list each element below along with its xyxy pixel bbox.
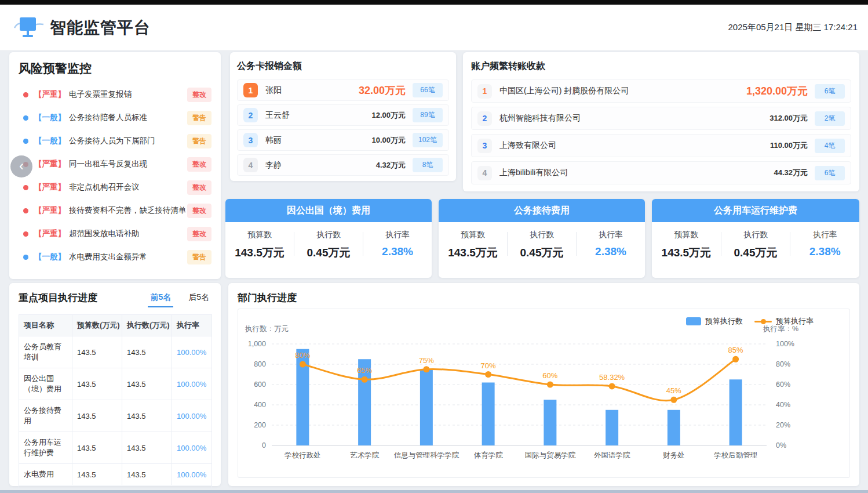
rate-label: 执行率	[790, 230, 859, 240]
chart-legend: 预算执行数 预算执行率	[686, 316, 814, 327]
svg-text:400: 400	[254, 401, 266, 409]
col-project-name: 项目名称	[19, 315, 72, 336]
rank-badge: 1	[477, 84, 492, 99]
svg-text:45%: 45%	[666, 386, 681, 395]
risk-item[interactable]: 【一般】 公务接待陪餐人员标准 警告	[19, 109, 211, 126]
rate-label: 执行率	[577, 230, 645, 240]
list-item[interactable]: 1 中国区(上海公司) 封腾股份有限公司 1,320.00万元 6笔	[471, 79, 851, 103]
exec-cell: 143.5	[122, 336, 172, 368]
severity-dot-icon	[23, 92, 28, 97]
exec-cell: 143.5	[122, 464, 172, 485]
count-badge: 102笔	[413, 133, 443, 147]
svg-text:100%: 100%	[776, 340, 794, 348]
svg-text:80%: 80%	[776, 360, 790, 368]
list-item[interactable]: 2 王云舒 12.00万元 89笔	[237, 104, 449, 126]
svg-text:外国语学院: 外国语学院	[594, 451, 630, 459]
rank-badge: 3	[243, 133, 258, 147]
col-rate: 执行率	[172, 315, 212, 336]
bar-legend-icon	[686, 317, 701, 325]
chevron-left-icon: ‹	[19, 159, 24, 173]
risk-action-badge: 整改	[187, 204, 211, 218]
expense-panel-title: 公务卡报销金额	[237, 60, 449, 72]
amount-value: 32.00万元	[359, 84, 406, 97]
exec-cell: 143.5	[122, 400, 172, 432]
risk-item[interactable]: 【一般】 公务接待人员为下属部门 警告	[19, 132, 211, 150]
svg-text:75%: 75%	[419, 356, 434, 365]
amount-value: 312.00万元	[769, 113, 808, 124]
dept-progress-panel: 部门执行进度 预算执行数 预算执行率 1,000100%80080%60060%…	[228, 283, 859, 486]
list-item[interactable]: 4 李静 4.32万元 8笔	[237, 154, 449, 176]
risk-item[interactable]: 【一般】 水电费用支出金额异常 警告	[19, 248, 211, 266]
svg-text:财务处: 财务处	[663, 451, 685, 459]
risk-level: 【一般】	[34, 113, 65, 123]
risk-list: 【严重】 电子发票重复报销 整改 【一般】 公务接待陪餐人员标准 警告 【一般】…	[19, 86, 211, 266]
risk-text: 接待费资料不完善，缺乏接待清单	[69, 205, 187, 216]
list-item[interactable]: 3 上海致有限公司 110.00万元 4笔	[471, 134, 851, 157]
rank-badge: 4	[243, 158, 258, 172]
rank-badge: 3	[477, 139, 492, 153]
svg-text:800: 800	[254, 360, 266, 368]
risk-action-badge: 警告	[187, 134, 211, 148]
risk-item[interactable]: 【严重】 同一出租车号反复出现 整改	[19, 155, 211, 173]
exec-label: 执行数	[508, 230, 576, 240]
list-item[interactable]: 1 张阳 32.00万元 66笔	[237, 79, 449, 101]
risk-action-badge: 整改	[187, 157, 211, 172]
line-legend-icon	[754, 321, 772, 322]
budget-label: 预算数	[225, 230, 294, 240]
svg-text:20%: 20%	[776, 421, 790, 429]
collapse-panel-button[interactable]: ‹	[10, 155, 32, 177]
risk-text: 超范围发放电话补助	[69, 229, 187, 239]
dept-panel-title: 部门执行进度	[238, 291, 850, 304]
rate-label: 执行率	[363, 230, 432, 240]
list-item[interactable]: 3 韩丽 10.00万元 102笔	[237, 129, 449, 151]
person-name: 韩丽	[265, 135, 371, 146]
tab-bottom5[interactable]: 后5名	[186, 291, 211, 307]
list-item[interactable]: 2 杭州智能科技有限公司 312.00万元 2笔	[471, 107, 851, 130]
risk-text: 公务接待人员为下属部门	[69, 136, 187, 146]
tab-top5[interactable]: 前5名	[148, 291, 173, 307]
exec-cell: 143.5	[122, 368, 172, 400]
dept-chart: 预算执行数 预算执行率 1,000100%80080%60060%40040%2…	[238, 309, 850, 478]
risk-item[interactable]: 【严重】 接待费资料不完善，缺乏接待清单 整改	[19, 202, 211, 219]
stat-card-title: 因公出国（境）费用	[225, 199, 432, 222]
risk-item[interactable]: 【严重】 电子发票重复报销 整改	[19, 86, 211, 103]
svg-text:1,000: 1,000	[248, 340, 266, 348]
severity-dot-icon	[23, 115, 28, 121]
risk-level: 【一般】	[34, 252, 65, 262]
budget-value: 143.5万元	[225, 245, 294, 260]
svg-text:60%: 60%	[542, 371, 557, 380]
project-name: 公务接待费用	[19, 400, 72, 432]
risk-panel-title: 风险预警监控	[19, 60, 211, 77]
exec-label: 执行数	[721, 230, 790, 240]
svg-text:200: 200	[254, 421, 266, 429]
risk-item[interactable]: 【严重】 非定点机构召开会议 整改	[19, 179, 211, 196]
budget-stat-card: 因公出国（境）费用 预算数143.5万元 执行数0.45万元 执行率2.38%	[225, 199, 432, 278]
budget-cell: 143.5	[72, 464, 122, 485]
rank-tabs: 前5名 后5名	[148, 291, 211, 307]
exec-label: 执行数	[294, 230, 363, 240]
table-row: 因公出国（境）费用 143.5 143.5 100.00%	[19, 368, 212, 400]
rank-badge: 2	[243, 108, 258, 122]
svg-text:70%: 70%	[481, 361, 496, 370]
list-item[interactable]: 4 上海bilibili有限公司 44.32万元 6笔	[471, 161, 851, 184]
exec-value: 0.45万元	[508, 245, 576, 260]
stat-card-title: 公务用车运行维护费	[652, 199, 859, 222]
rank-badge: 1	[243, 83, 258, 97]
risk-warning-panel: 风险预警监控 【严重】 电子发票重复报销 整改 【一般】 公务接待陪餐人员标准 …	[9, 52, 221, 279]
risk-item[interactable]: 【严重】 超范围发放电话补助 整改	[19, 225, 211, 242]
risk-text: 公务接待陪餐人员标准	[69, 113, 187, 123]
col-budget: 预算数(万元)	[72, 315, 122, 336]
risk-text: 同一出租车号反复出现	[69, 159, 187, 169]
table-row: 公务员教育培训 143.5 143.5 100.00%	[19, 336, 212, 368]
page-title: 智能监管平台	[50, 17, 151, 39]
legend-bar-series[interactable]: 预算执行数	[686, 316, 743, 327]
dept-chart-svg[interactable]: 1,000100%80080%60060%40040%20020%00%执行数：…	[238, 309, 849, 477]
risk-text: 电子发票重复报销	[69, 89, 187, 100]
stat-card-body: 预算数143.5万元 执行数0.45万元 执行率2.38%	[652, 222, 859, 260]
severity-dot-icon	[23, 231, 28, 237]
legend-line-series[interactable]: 预算执行率	[754, 316, 814, 327]
rate-cell: 100.00%	[172, 432, 212, 464]
col-exec: 执行数(万元)	[122, 315, 172, 336]
stat-card-body: 预算数143.5万元 执行数0.45万元 执行率2.38%	[439, 222, 645, 260]
amount-value: 110.00万元	[770, 140, 808, 151]
